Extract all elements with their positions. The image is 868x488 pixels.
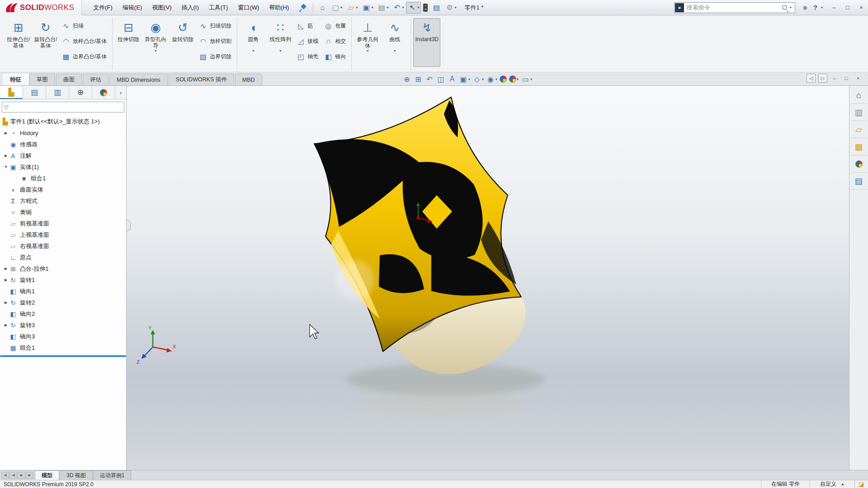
zoom-to-fit-button[interactable]: ⊕ bbox=[401, 74, 412, 84]
home-button[interactable]: ⌂ bbox=[316, 2, 329, 14]
scroll-prev-button[interactable]: ◀ bbox=[9, 472, 17, 479]
origin-item[interactable]: ∟ 原点 bbox=[0, 252, 126, 263]
units-selector[interactable]: 自定义 ▲ bbox=[810, 480, 854, 488]
revolve2-item[interactable]: ▶ ↻ 旋转2 bbox=[0, 297, 126, 308]
filter-input[interactable] bbox=[10, 104, 122, 110]
apply-scene-button[interactable]: ▾ bbox=[508, 74, 519, 84]
design-library-tab[interactable]: ▥ bbox=[850, 104, 868, 121]
expand-arrow-icon[interactable]: ▶ bbox=[3, 300, 9, 305]
front-plane-item[interactable]: ▱ 前视基准面 bbox=[0, 218, 126, 229]
expand-arrow-icon[interactable]: ▶ bbox=[3, 278, 9, 282]
boundary-cut-button[interactable]: ▧ 边界切除 bbox=[197, 49, 235, 64]
tag-icon[interactable]: ◪ bbox=[854, 480, 868, 488]
traffic-light-button[interactable] bbox=[421, 2, 429, 14]
tab-model[interactable]: 模型 bbox=[35, 470, 59, 480]
graphics-viewport[interactable]: Y X Z bbox=[127, 86, 849, 470]
save-button[interactable]: ▣ ▾ bbox=[360, 2, 375, 14]
expand-arrow-icon[interactable]: ▶ bbox=[3, 267, 9, 271]
menu-tools[interactable]: 工具(T) bbox=[204, 0, 233, 15]
rollback-bar[interactable] bbox=[0, 355, 126, 357]
scroll-next-button[interactable]: ▶ bbox=[18, 472, 25, 479]
shell-button[interactable]: ◰ 抽壳 bbox=[295, 49, 321, 64]
tab-mbd-dimensions[interactable]: MBD Dimensions bbox=[109, 74, 168, 85]
tab-solidworks-addins[interactable]: SOLIDWORKS 插件 bbox=[169, 74, 234, 85]
display-style-button[interactable]: ◇ ▾ bbox=[472, 74, 485, 84]
history-item[interactable]: ▶ ◔ History bbox=[0, 127, 126, 139]
zoom-to-area-button[interactable]: ⊞ bbox=[413, 74, 424, 84]
tab-3d-views[interactable]: 3D 视图 bbox=[60, 470, 93, 480]
tab-features[interactable]: 特征 bbox=[3, 74, 28, 85]
tab-motion-study-1[interactable]: 运动算例1 bbox=[93, 470, 132, 480]
command-search-box[interactable]: » ▾ bbox=[674, 2, 795, 13]
featuremanager-tab[interactable]: ▙ bbox=[0, 86, 23, 99]
linear-pattern-button[interactable]: ∷ 线性阵列 ▾ bbox=[267, 18, 294, 67]
lofted-boss-base-button[interactable]: ◠ 放样凸台/基体 bbox=[60, 33, 110, 49]
edit-appearance-button[interactable] bbox=[499, 74, 508, 84]
minimize-button[interactable]: – bbox=[827, 2, 841, 14]
extruded-boss-base-button[interactable]: ⊞ 拉伸凸台/基体 bbox=[5, 18, 32, 67]
expand-arrow-icon[interactable]: ▼ bbox=[3, 165, 9, 169]
view-settings-button[interactable]: ▭ ▾ bbox=[520, 74, 533, 84]
boss-extrude1-item[interactable]: ▶ ⊞ 凸台-拉伸1 bbox=[0, 263, 126, 274]
section-view-button[interactable]: ◫ bbox=[435, 74, 446, 84]
view-orientation-button[interactable]: ▣ ▾ bbox=[458, 74, 471, 84]
menu-insert[interactable]: 插入(I) bbox=[176, 0, 203, 15]
displaymanager-tab[interactable] bbox=[92, 86, 115, 99]
menu-view[interactable]: 视图(V) bbox=[147, 0, 176, 15]
revolved-boss-base-button[interactable]: ↻ 旋转凸台/基体 bbox=[32, 18, 59, 67]
display-settings-button[interactable]: ▤ bbox=[430, 2, 443, 14]
lofted-cut-button[interactable]: ◠ 放样切割 bbox=[197, 33, 235, 49]
combine1-item[interactable]: ▦ 组合1 bbox=[0, 342, 126, 353]
mirror3-item[interactable]: ◧ 镜向3 bbox=[0, 331, 126, 342]
reference-geometry-button[interactable]: ⊥ 参考几何体 ▾ bbox=[354, 18, 381, 67]
curves-button[interactable]: ∿ 曲线 ▾ bbox=[381, 18, 408, 67]
panel-tabs-expand-button[interactable]: › bbox=[115, 86, 126, 99]
search-caret-icon[interactable]: ▾ bbox=[790, 5, 792, 9]
draft-button[interactable]: ◿ 拔模 bbox=[295, 33, 321, 49]
print-button[interactable]: ▤ ▾ bbox=[375, 2, 390, 14]
propertymanager-tab[interactable]: ▤ bbox=[23, 86, 46, 99]
user-account-icon[interactable]: ☻ bbox=[800, 2, 811, 13]
open-button[interactable]: ▱ ▾ bbox=[344, 2, 359, 14]
view-palette-tab[interactable]: ▦ bbox=[850, 138, 868, 155]
hide-show-items-button[interactable]: ◉ ▾ bbox=[485, 74, 498, 84]
menu-file[interactable]: 文件(F) bbox=[88, 0, 118, 15]
expand-arrow-icon[interactable]: ▶ bbox=[3, 154, 9, 158]
top-plane-item[interactable]: ▱ 上视基准面 bbox=[0, 229, 126, 240]
tab-evaluate[interactable]: 评估 bbox=[83, 74, 108, 85]
swept-cut-button[interactable]: ∿ 扫描切除 bbox=[197, 18, 235, 33]
tab-mbd[interactable]: MBD bbox=[235, 74, 262, 85]
mirror-button[interactable]: ◧ 镜向 bbox=[322, 49, 349, 64]
equations-item[interactable]: Σ 方程式 bbox=[0, 195, 126, 206]
surface-bodies-item[interactable]: ◗ 曲面实体 bbox=[0, 184, 126, 195]
file-explorer-tab[interactable]: ▱ bbox=[850, 121, 868, 138]
collapse-panel-left-button[interactable]: ◁ bbox=[807, 74, 816, 83]
rib-button[interactable]: ◺ 筋 bbox=[295, 18, 321, 33]
search-input[interactable] bbox=[684, 4, 782, 11]
mirror2-item[interactable]: ◧ 镜向2 bbox=[0, 308, 126, 319]
help-button[interactable]: ? bbox=[811, 4, 819, 11]
hole-wizard-button[interactable]: ◉ 异型孔向导 ▾ bbox=[142, 18, 169, 67]
help-caret-icon[interactable]: ▾ bbox=[821, 5, 823, 9]
expand-arrow-icon[interactable]: ▶ bbox=[3, 323, 9, 327]
annotations-item[interactable]: ▶ A 注解 bbox=[0, 150, 126, 161]
new-document-button[interactable]: ▢ ▾ bbox=[329, 2, 344, 14]
close-button[interactable]: × bbox=[854, 2, 868, 14]
options-button[interactable]: ⚙ ▾ bbox=[443, 2, 458, 14]
mirror1-item[interactable]: ◧ 镜向1 bbox=[0, 286, 126, 297]
search-icon[interactable] bbox=[782, 5, 787, 10]
tab-sketch[interactable]: 草图 bbox=[29, 74, 55, 85]
collapse-panel-right-button[interactable]: ▷ bbox=[818, 74, 827, 83]
tree-filter-field[interactable]: ▽ bbox=[2, 102, 124, 113]
home-tab[interactable]: ⌂ bbox=[850, 87, 868, 104]
combine1-body-item[interactable]: ■ 组合1 bbox=[0, 173, 126, 184]
menu-help[interactable]: 帮助(H) bbox=[264, 0, 294, 15]
appearances-tab[interactable] bbox=[850, 155, 868, 173]
menu-edit[interactable]: 编辑(E) bbox=[118, 0, 147, 15]
boundary-boss-base-button[interactable]: ▦ 边界凸台/基体 bbox=[60, 49, 110, 64]
wrap-button[interactable]: ◎ 包覆 bbox=[322, 18, 349, 33]
configurationmanager-tab[interactable]: ▥ bbox=[46, 86, 69, 99]
sensors-item[interactable]: ◉ 传感器 bbox=[0, 139, 126, 150]
select-button[interactable]: ↖ ▾ bbox=[406, 2, 421, 14]
revolved-cut-button[interactable]: ↺ 旋转切除 bbox=[169, 18, 196, 67]
